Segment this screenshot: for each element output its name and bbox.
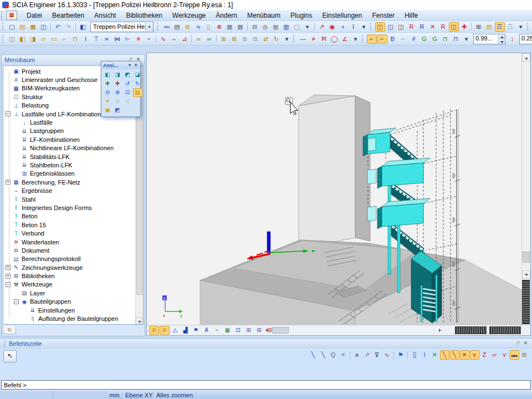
tree-item-stabilit-ts-lfk[interactable]: ⇊Stabilitäts-LFK — [3, 152, 136, 161]
view-g2-button[interactable]: G — [430, 34, 440, 44]
tree-item-dokument[interactable]: ⧉Dokument — [3, 246, 136, 254]
activity-selection-button[interactable]: ◫ — [386, 22, 396, 32]
import-esa-button[interactable]: ▦ — [28, 22, 38, 32]
view-b-button[interactable]: B — [388, 34, 398, 44]
tree-item-auflistung-der-bauteilgruppen[interactable]: §Auflistung der Bauteilgruppen — [3, 314, 136, 323]
snap-intersect-green-button[interactable]: ✕ — [430, 350, 439, 360]
table-input-loads-button[interactable]: ⊞ — [229, 34, 239, 44]
haunch-button[interactable]: ⊤ — [91, 34, 101, 44]
viewport-vertical-scrollbar[interactable] — [521, 53, 530, 279]
rotate-button[interactable]: ↻ — [272, 34, 282, 44]
activity-workplane-button[interactable]: R — [438, 22, 448, 32]
shell-button[interactable]: ⋈ — [112, 34, 122, 44]
histogram-button[interactable]: ılı — [338, 22, 348, 32]
scroll-down-button[interactable] — [522, 270, 530, 279]
units-setup-button[interactable]: mm — [162, 22, 172, 32]
tree-item-integriertes-design-forms[interactable]: IIntegriertes Design Forms — [3, 203, 136, 212]
tree-item-verbund[interactable]: TVerbund — [3, 229, 136, 237]
view-corner-1-button[interactable]: ⌐ — [367, 34, 377, 44]
scroll-up-button[interactable] — [522, 53, 530, 62]
surface-patch-button[interactable]: ⊿ — [180, 34, 190, 44]
snap-polygon-button[interactable]: ▱ — [490, 350, 499, 360]
viewport-scrollbar-thumb[interactable] — [523, 252, 530, 263]
scroll-right-button[interactable] — [436, 327, 443, 334]
redo-button[interactable]: ↷ — [64, 22, 74, 32]
link-members-button[interactable]: ∞ — [204, 34, 214, 44]
view-bracket-2-button[interactable]: ⊓ — [451, 34, 461, 44]
snap-arc-button[interactable]: Z — [480, 350, 489, 360]
snap-grid-dots-button[interactable]: ⣿ — [410, 350, 420, 360]
close-icon[interactable]: ✕ — [133, 62, 139, 69]
tree-expander-icon[interactable]: + — [6, 274, 11, 279]
zoom-selection-button[interactable]: ⊡ — [123, 88, 132, 97]
document-button[interactable]: ▥ — [282, 22, 291, 32]
gallery-1-button[interactable]: ▦ — [225, 22, 235, 32]
dim-parallel-button[interactable]: ≠ — [309, 34, 319, 44]
menu-datei[interactable]: Datei — [22, 11, 47, 21]
tree-item-layer[interactable]: ▤Layer — [3, 289, 136, 297]
view-g1-button[interactable]: G — [420, 34, 429, 44]
snap-extension-button[interactable]: ↗ — [362, 350, 372, 360]
tree-item-bauteilgruppen[interactable]: −◉Bauteilgruppen — [3, 298, 136, 306]
free-knot-button[interactable]: ⊗ — [214, 22, 224, 32]
beam-var-button[interactable]: ▭ — [49, 34, 59, 44]
rotate-left-button[interactable]: ↺ — [123, 79, 132, 88]
preview-zoom-button[interactable]: ◉ — [328, 22, 337, 32]
tree-item-einstellungen[interactable]: ⇊Einstellungen — [3, 306, 136, 314]
render-wireframe-button[interactable]: ⊘ — [149, 326, 159, 335]
gallery-paste-button[interactable]: ▯ — [204, 22, 214, 32]
horizontal-scrollbar-thumb[interactable] — [272, 327, 289, 334]
snap-ruler-button[interactable]: ▬ — [510, 350, 519, 360]
show-axes-button[interactable]: △ — [170, 326, 180, 335]
menu-fenster[interactable]: Fenster — [367, 11, 400, 21]
gallery-2-button[interactable]: ▦ — [236, 22, 245, 32]
snap-line-button[interactable]: ╲ — [309, 350, 318, 360]
activity-off-button[interactable]: ✕ — [428, 22, 438, 32]
photo-capture-button[interactable]: ⧉ — [123, 97, 132, 106]
light-button[interactable]: ☀ — [103, 97, 112, 106]
orbit-button[interactable]: ✚ — [113, 79, 122, 88]
layers-button[interactable]: ▤ — [172, 22, 182, 32]
link-nodes-button[interactable]: ∞ — [194, 34, 204, 44]
render-settings-button[interactable]: ◩ — [113, 106, 122, 115]
menu-ansicht[interactable]: Ansicht — [89, 11, 121, 21]
open-project-button[interactable]: ▤ — [18, 22, 28, 32]
viewport-3d-scene[interactable]: z x y — [147, 53, 523, 325]
wall-button[interactable]: ⊢ — [123, 34, 133, 44]
document-new-button[interactable]: ▢ — [292, 22, 302, 32]
snap-circle-button[interactable]: Q — [329, 350, 338, 360]
tree-item-beton[interactable]: TBeton — [3, 212, 136, 221]
snap-intersections-button[interactable]: ✕ — [460, 350, 469, 360]
menubaum-tab[interactable]: ⧉ — [3, 326, 16, 334]
snap-peak-button[interactable]: ∧ — [352, 350, 362, 360]
calc-protocol-button[interactable]: ⊞ — [474, 22, 484, 32]
print-preview-button[interactable]: ◎ — [260, 22, 270, 32]
view-hash-button[interactable]: # — [409, 34, 419, 44]
print-button[interactable]: ⊟ — [250, 22, 260, 32]
tree-item-bibliotheken[interactable]: +⧉Bibliotheken — [3, 272, 136, 280]
pin-icon[interactable]: ⊤ — [514, 340, 521, 347]
tree-item-nichtlineare-lf-kombinationen[interactable]: ⇊Nichtlineare LF-Kombinationen — [3, 144, 136, 152]
tree-item-stahlbeton-lfk[interactable]: ⇊Stahlbeton-LFK — [3, 161, 136, 169]
view-corner-2-button[interactable]: ⌐ — [377, 34, 387, 44]
tree-expander-icon[interactable]: − — [6, 111, 11, 116]
command-input[interactable]: Befehl > — [1, 380, 531, 390]
view-settings-button[interactable]: ▤ — [133, 88, 142, 97]
activity-current-button[interactable]: ◫ — [449, 22, 459, 32]
snap-orthogonal-button[interactable]: ⋎ — [470, 350, 479, 360]
menu-plugins[interactable]: Plugins — [285, 11, 317, 21]
tree-expander-icon[interactable]: − — [14, 299, 19, 304]
overflow-3-button[interactable]: ▾ — [516, 22, 526, 32]
view-z-button[interactable]: ◩ — [123, 70, 132, 79]
snap-midpoints-button[interactable]: ╲ — [450, 350, 459, 360]
selection-cursor-button[interactable]: ↖ — [3, 350, 17, 362]
coordinates-info-button[interactable]: Xy — [193, 22, 203, 32]
scroll-left-button[interactable] — [262, 327, 269, 334]
rafter-button[interactable]: ⌐ — [60, 34, 70, 44]
move-button[interactable]: ⇄ — [261, 34, 271, 44]
document-system-icon[interactable]: ▦ — [6, 11, 17, 20]
scroll-down-button[interactable] — [136, 318, 142, 324]
snap-tangent-button[interactable]: ∿ — [382, 350, 392, 360]
rotate-right-button[interactable]: ↻ — [133, 79, 142, 88]
overflow-5-button[interactable]: ▾ — [282, 34, 292, 44]
